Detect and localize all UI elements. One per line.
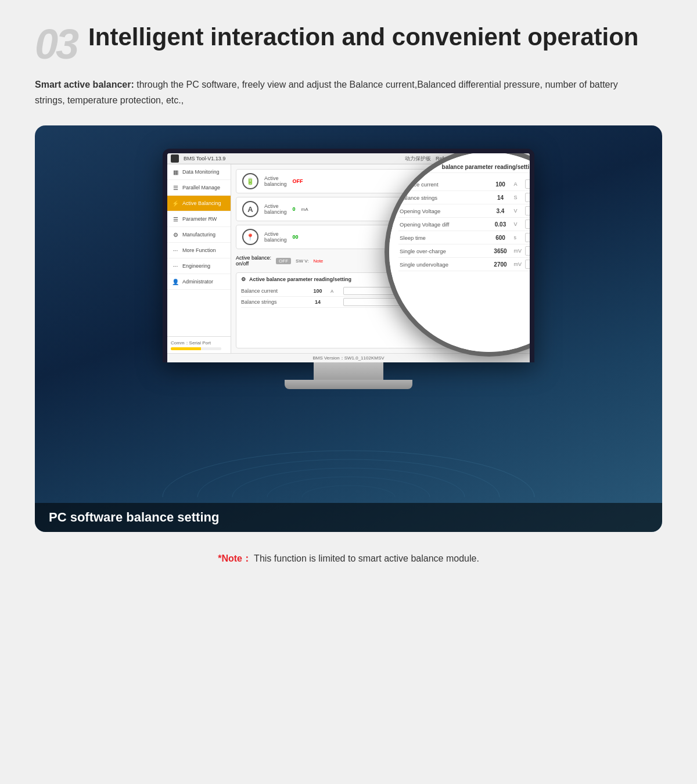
svg-point-2 xyxy=(232,468,465,497)
sidebar-item-administrator[interactable]: 👤 Administrator xyxy=(167,274,231,290)
sidebar-comm: Comm：Serial Port xyxy=(167,336,231,353)
mag-input-4[interactable] xyxy=(525,220,530,229)
pin-icon: 📍 xyxy=(242,229,258,245)
mag-value-5: 600 xyxy=(489,235,511,241)
mag-input-6[interactable] xyxy=(525,246,530,256)
active-label-3: Activebalancing xyxy=(264,231,287,243)
mag-row-6: Single over-charge 3650 mV Set xyxy=(398,244,530,258)
sidebar-label-manufacturing: Manufacturing xyxy=(182,232,215,238)
data-monitoring-icon: ▦ xyxy=(171,167,180,177)
comm-label: Comm：Serial Port xyxy=(171,340,211,346)
swv-label: SW V: xyxy=(296,258,308,264)
mag-unit-5: s xyxy=(513,235,523,240)
mag-row-1: Balance current 100 A Set xyxy=(398,178,530,191)
mag-row-5: Sleep time 600 s Set xyxy=(398,231,530,244)
manufacturing-icon: ⚙ xyxy=(171,230,180,239)
sidebar-label-data-monitoring: Data Monitoring xyxy=(182,169,220,175)
mag-unit-3: V xyxy=(513,208,523,214)
administrator-icon: 👤 xyxy=(171,277,180,286)
mag-value-6: 3650 xyxy=(489,248,511,254)
sidebar-label-parallel-manage: Parallel Manage xyxy=(182,185,220,190)
monitor-stand xyxy=(314,362,383,380)
engineering-icon: ··· xyxy=(171,261,180,271)
mag-input-7[interactable] xyxy=(525,260,530,269)
parameter-rw-icon: ☰ xyxy=(171,214,180,224)
mag-name-3: Opening Voltage xyxy=(400,208,487,214)
mag-input-1[interactable] xyxy=(525,179,530,189)
balance-toggle-label: Active balance:on/off xyxy=(236,255,271,267)
mag-value-1: 100 xyxy=(489,181,511,188)
active-label-1: Activebalancing xyxy=(264,175,287,187)
bms-title: BMS Tool-V1.13.9 xyxy=(184,156,225,161)
mag-input-2[interactable] xyxy=(525,193,530,202)
svg-point-3 xyxy=(267,477,430,497)
bms-logo-icon xyxy=(171,154,179,163)
mag-name-5: Sleep time xyxy=(400,235,487,241)
param-value-2: 14 xyxy=(307,299,328,305)
bottom-label: PC software balance setting xyxy=(35,503,662,532)
mag-row-2: Balance strings 14 S Set xyxy=(398,191,530,204)
bms-version-text: BMS Version：SW1.0_1102KMSV xyxy=(312,355,384,361)
monitor: BMS Tool-V1.13.9 动力保护板 Refresh Comm Sett… xyxy=(163,149,534,389)
sidebar-item-engineering[interactable]: ··· Engineering xyxy=(167,258,231,274)
svg-point-1 xyxy=(197,459,500,497)
sidebar-label-engineering: Engineering xyxy=(182,263,210,269)
magnifier-panel-title: balance parameter reading/setting xyxy=(398,164,530,173)
mag-input-5[interactable] xyxy=(525,233,530,242)
sidebar-label-active-balancing: Active Balancing xyxy=(182,200,221,206)
sidebar-item-parallel-manage[interactable]: ☰ Parallel Manage xyxy=(167,180,231,196)
active-value-ma: 0 xyxy=(293,206,296,212)
mag-row-3: Opening Voltage 3.4 V Set xyxy=(398,204,530,218)
sidebar-item-more-function[interactable]: ··· More Function xyxy=(167,243,231,258)
param-panel-title: Active balance parameter reading/setting xyxy=(249,276,351,282)
mag-name-4: Opening Voltage diff xyxy=(400,221,487,228)
param-name-2: Balance strings xyxy=(241,299,305,305)
active-label-2: Activebalancing xyxy=(264,203,287,215)
sidebar-item-active-balancing[interactable]: ⚡ Active Balancing xyxy=(167,196,231,211)
parallel-manage-icon: ☰ xyxy=(171,183,180,192)
mag-value-2: 14 xyxy=(489,195,511,201)
svg-point-0 xyxy=(163,451,534,497)
note-label: Note： xyxy=(221,553,252,563)
param-unit-1: A xyxy=(330,289,341,294)
mag-name-6: Single over-charge xyxy=(400,248,487,254)
comm-bar xyxy=(171,347,221,350)
more-function-icon: ··· xyxy=(171,246,180,255)
mag-unit-2: S xyxy=(513,195,523,200)
mag-unit-1: A xyxy=(513,181,523,187)
magnifier-assembly: balance parameter reading/setting Balanc… xyxy=(385,153,530,362)
mag-value-7: 2700 xyxy=(489,261,511,268)
mag-name-2: Balance strings xyxy=(400,195,487,201)
main-container: BMS Tool-V1.13.9 动力保护板 Refresh Comm Sett… xyxy=(35,125,662,532)
mag-unit-4: V xyxy=(513,221,523,227)
magnifier-content: balance parameter reading/setting Balanc… xyxy=(389,153,530,352)
sidebar-item-manufacturing[interactable]: ⚙ Manufacturing xyxy=(167,227,231,243)
step-number: 03 xyxy=(35,23,77,65)
sidebar-label-administrator: Administrator xyxy=(182,279,213,285)
description-bold: Smart active balancer: xyxy=(35,80,134,89)
page-title: Intelligent interaction and convenient o… xyxy=(88,23,638,51)
mag-name-7: Single undervoltage xyxy=(400,261,487,268)
mag-value-3: 3.4 xyxy=(489,208,511,214)
sidebar-item-data-monitoring[interactable]: ▦ Data Monitoring xyxy=(167,164,231,180)
mag-input-3[interactable] xyxy=(525,206,530,215)
mag-unit-6: mV xyxy=(513,248,523,254)
param-name-1: Balance current xyxy=(241,288,305,294)
amp-icon: A xyxy=(242,201,258,217)
header-text: Intelligent interaction and convenient o… xyxy=(88,23,638,51)
mag-row-7: Single undervoltage 2700 mV Set xyxy=(398,258,530,271)
sidebar-label-more-function: More Function xyxy=(182,247,216,253)
monitor-base xyxy=(285,380,412,389)
mag-row-4: Opening Voltage diff 0.03 V Set xyxy=(398,218,530,231)
bms-sidebar: ▦ Data Monitoring ☰ Parallel Manage ⚡ Ac… xyxy=(167,164,231,353)
sidebar-label-parameter-rw: Parameter RW xyxy=(182,216,217,222)
svg-point-4 xyxy=(302,485,395,497)
balance-toggle-button[interactable]: OFF xyxy=(276,258,291,264)
header-section: 03 Intelligent interaction and convenien… xyxy=(35,23,662,65)
monitor-screen-outer: BMS Tool-V1.13.9 动力保护板 Refresh Comm Sett… xyxy=(163,149,534,362)
magnifier-circle: balance parameter reading/setting Balanc… xyxy=(385,153,530,357)
param-value-1: 100 xyxy=(307,288,328,294)
note-text: This function is limited to smart active… xyxy=(252,553,479,563)
active-balancing-icon: ⚡ xyxy=(171,199,180,208)
sidebar-item-parameter-rw[interactable]: ☰ Parameter RW xyxy=(167,211,231,227)
